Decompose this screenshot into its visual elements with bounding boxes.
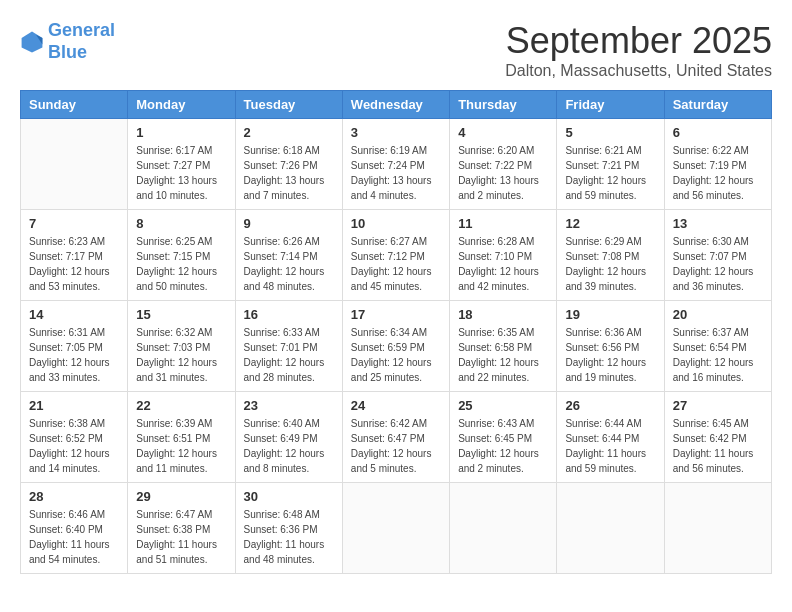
calendar-cell	[450, 483, 557, 574]
day-number: 7	[29, 216, 119, 231]
calendar-cell: 23Sunrise: 6:40 AM Sunset: 6:49 PM Dayli…	[235, 392, 342, 483]
day-info: Sunrise: 6:34 AM Sunset: 6:59 PM Dayligh…	[351, 325, 441, 385]
calendar-cell: 20Sunrise: 6:37 AM Sunset: 6:54 PM Dayli…	[664, 301, 771, 392]
calendar-week-row: 1Sunrise: 6:17 AM Sunset: 7:27 PM Daylig…	[21, 119, 772, 210]
weekday-header-sunday: Sunday	[21, 91, 128, 119]
day-info: Sunrise: 6:43 AM Sunset: 6:45 PM Dayligh…	[458, 416, 548, 476]
day-number: 25	[458, 398, 548, 413]
calendar-cell: 10Sunrise: 6:27 AM Sunset: 7:12 PM Dayli…	[342, 210, 449, 301]
day-info: Sunrise: 6:39 AM Sunset: 6:51 PM Dayligh…	[136, 416, 226, 476]
day-info: Sunrise: 6:38 AM Sunset: 6:52 PM Dayligh…	[29, 416, 119, 476]
day-number: 12	[565, 216, 655, 231]
day-number: 19	[565, 307, 655, 322]
day-info: Sunrise: 6:21 AM Sunset: 7:21 PM Dayligh…	[565, 143, 655, 203]
calendar-cell: 29Sunrise: 6:47 AM Sunset: 6:38 PM Dayli…	[128, 483, 235, 574]
calendar-cell: 18Sunrise: 6:35 AM Sunset: 6:58 PM Dayli…	[450, 301, 557, 392]
calendar-cell: 3Sunrise: 6:19 AM Sunset: 7:24 PM Daylig…	[342, 119, 449, 210]
calendar-week-row: 14Sunrise: 6:31 AM Sunset: 7:05 PM Dayli…	[21, 301, 772, 392]
day-info: Sunrise: 6:25 AM Sunset: 7:15 PM Dayligh…	[136, 234, 226, 294]
weekday-header-saturday: Saturday	[664, 91, 771, 119]
day-info: Sunrise: 6:18 AM Sunset: 7:26 PM Dayligh…	[244, 143, 334, 203]
page-header: General Blue September 2025 Dalton, Mass…	[20, 20, 772, 80]
day-number: 14	[29, 307, 119, 322]
calendar-cell: 1Sunrise: 6:17 AM Sunset: 7:27 PM Daylig…	[128, 119, 235, 210]
calendar-cell: 12Sunrise: 6:29 AM Sunset: 7:08 PM Dayli…	[557, 210, 664, 301]
day-info: Sunrise: 6:46 AM Sunset: 6:40 PM Dayligh…	[29, 507, 119, 567]
calendar-cell: 24Sunrise: 6:42 AM Sunset: 6:47 PM Dayli…	[342, 392, 449, 483]
calendar-cell: 30Sunrise: 6:48 AM Sunset: 6:36 PM Dayli…	[235, 483, 342, 574]
day-number: 26	[565, 398, 655, 413]
day-info: Sunrise: 6:19 AM Sunset: 7:24 PM Dayligh…	[351, 143, 441, 203]
day-number: 28	[29, 489, 119, 504]
calendar-cell: 27Sunrise: 6:45 AM Sunset: 6:42 PM Dayli…	[664, 392, 771, 483]
calendar-cell: 6Sunrise: 6:22 AM Sunset: 7:19 PM Daylig…	[664, 119, 771, 210]
day-info: Sunrise: 6:35 AM Sunset: 6:58 PM Dayligh…	[458, 325, 548, 385]
day-number: 20	[673, 307, 763, 322]
calendar-cell: 7Sunrise: 6:23 AM Sunset: 7:17 PM Daylig…	[21, 210, 128, 301]
calendar-cell: 19Sunrise: 6:36 AM Sunset: 6:56 PM Dayli…	[557, 301, 664, 392]
day-info: Sunrise: 6:23 AM Sunset: 7:17 PM Dayligh…	[29, 234, 119, 294]
day-number: 15	[136, 307, 226, 322]
day-info: Sunrise: 6:30 AM Sunset: 7:07 PM Dayligh…	[673, 234, 763, 294]
weekday-header-monday: Monday	[128, 91, 235, 119]
day-info: Sunrise: 6:42 AM Sunset: 6:47 PM Dayligh…	[351, 416, 441, 476]
calendar-cell: 16Sunrise: 6:33 AM Sunset: 7:01 PM Dayli…	[235, 301, 342, 392]
logo-line1: General	[48, 20, 115, 40]
day-number: 3	[351, 125, 441, 140]
day-info: Sunrise: 6:32 AM Sunset: 7:03 PM Dayligh…	[136, 325, 226, 385]
calendar-cell: 15Sunrise: 6:32 AM Sunset: 7:03 PM Dayli…	[128, 301, 235, 392]
calendar-week-row: 21Sunrise: 6:38 AM Sunset: 6:52 PM Dayli…	[21, 392, 772, 483]
month-title: September 2025	[505, 20, 772, 62]
calendar-cell: 26Sunrise: 6:44 AM Sunset: 6:44 PM Dayli…	[557, 392, 664, 483]
day-number: 4	[458, 125, 548, 140]
day-number: 11	[458, 216, 548, 231]
weekday-header-row: SundayMondayTuesdayWednesdayThursdayFrid…	[21, 91, 772, 119]
calendar-cell	[342, 483, 449, 574]
day-info: Sunrise: 6:31 AM Sunset: 7:05 PM Dayligh…	[29, 325, 119, 385]
calendar-cell: 22Sunrise: 6:39 AM Sunset: 6:51 PM Dayli…	[128, 392, 235, 483]
day-number: 5	[565, 125, 655, 140]
day-number: 16	[244, 307, 334, 322]
day-number: 21	[29, 398, 119, 413]
day-number: 17	[351, 307, 441, 322]
weekday-header-friday: Friday	[557, 91, 664, 119]
title-section: September 2025 Dalton, Massachusetts, Un…	[505, 20, 772, 80]
day-number: 6	[673, 125, 763, 140]
day-info: Sunrise: 6:28 AM Sunset: 7:10 PM Dayligh…	[458, 234, 548, 294]
day-info: Sunrise: 6:44 AM Sunset: 6:44 PM Dayligh…	[565, 416, 655, 476]
day-number: 8	[136, 216, 226, 231]
calendar-cell	[664, 483, 771, 574]
day-info: Sunrise: 6:20 AM Sunset: 7:22 PM Dayligh…	[458, 143, 548, 203]
calendar-cell: 28Sunrise: 6:46 AM Sunset: 6:40 PM Dayli…	[21, 483, 128, 574]
day-info: Sunrise: 6:27 AM Sunset: 7:12 PM Dayligh…	[351, 234, 441, 294]
day-info: Sunrise: 6:45 AM Sunset: 6:42 PM Dayligh…	[673, 416, 763, 476]
day-info: Sunrise: 6:37 AM Sunset: 6:54 PM Dayligh…	[673, 325, 763, 385]
day-number: 23	[244, 398, 334, 413]
calendar-cell: 21Sunrise: 6:38 AM Sunset: 6:52 PM Dayli…	[21, 392, 128, 483]
day-info: Sunrise: 6:17 AM Sunset: 7:27 PM Dayligh…	[136, 143, 226, 203]
day-info: Sunrise: 6:33 AM Sunset: 7:01 PM Dayligh…	[244, 325, 334, 385]
logo-icon	[20, 30, 44, 54]
weekday-header-wednesday: Wednesday	[342, 91, 449, 119]
location-title: Dalton, Massachusetts, United States	[505, 62, 772, 80]
calendar-cell: 17Sunrise: 6:34 AM Sunset: 6:59 PM Dayli…	[342, 301, 449, 392]
day-info: Sunrise: 6:29 AM Sunset: 7:08 PM Dayligh…	[565, 234, 655, 294]
calendar-cell: 8Sunrise: 6:25 AM Sunset: 7:15 PM Daylig…	[128, 210, 235, 301]
day-number: 22	[136, 398, 226, 413]
day-number: 18	[458, 307, 548, 322]
logo: General Blue	[20, 20, 115, 63]
day-info: Sunrise: 6:36 AM Sunset: 6:56 PM Dayligh…	[565, 325, 655, 385]
svg-marker-0	[22, 31, 43, 52]
logo-line2: Blue	[48, 42, 87, 62]
calendar-week-row: 7Sunrise: 6:23 AM Sunset: 7:17 PM Daylig…	[21, 210, 772, 301]
day-info: Sunrise: 6:22 AM Sunset: 7:19 PM Dayligh…	[673, 143, 763, 203]
day-info: Sunrise: 6:48 AM Sunset: 6:36 PM Dayligh…	[244, 507, 334, 567]
calendar-cell: 9Sunrise: 6:26 AM Sunset: 7:14 PM Daylig…	[235, 210, 342, 301]
weekday-header-tuesday: Tuesday	[235, 91, 342, 119]
calendar-cell: 2Sunrise: 6:18 AM Sunset: 7:26 PM Daylig…	[235, 119, 342, 210]
calendar-cell	[21, 119, 128, 210]
calendar-table: SundayMondayTuesdayWednesdayThursdayFrid…	[20, 90, 772, 574]
calendar-week-row: 28Sunrise: 6:46 AM Sunset: 6:40 PM Dayli…	[21, 483, 772, 574]
day-number: 13	[673, 216, 763, 231]
day-number: 9	[244, 216, 334, 231]
